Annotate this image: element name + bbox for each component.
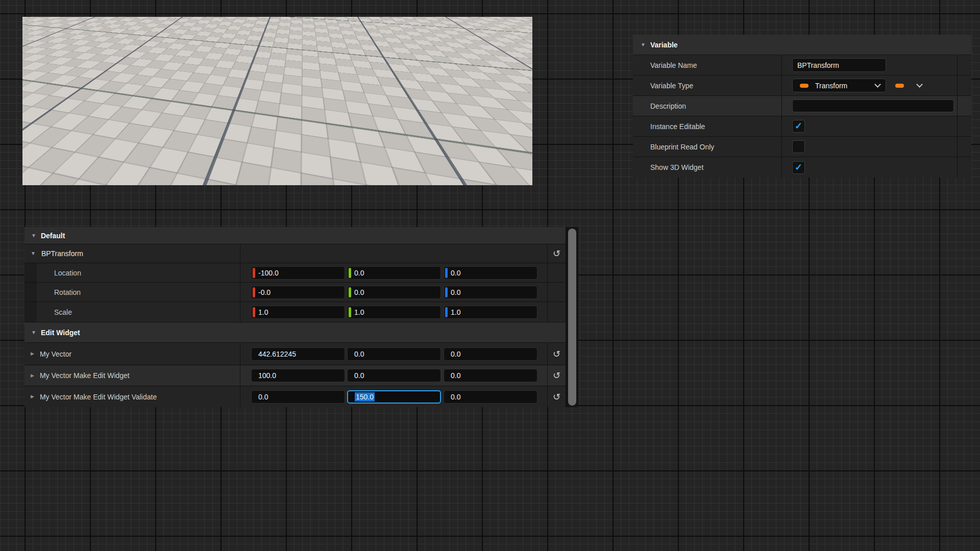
location-label: Location [54, 269, 81, 277]
reset-to-default-button[interactable]: ↺ [553, 371, 560, 380]
reset-to-default-button[interactable]: ↺ [553, 349, 560, 359]
gizmo-origin [227, 79, 232, 83]
bptransform-widget-octahedron [53, 68, 80, 103]
variable-name-row: Variable Name [633, 55, 971, 75]
check-icon: ✓ [795, 121, 802, 131]
axis-x-bar-icon [253, 287, 255, 297]
bptransform-row: ▼ BPTransform ↺ [24, 244, 566, 263]
viewport-3d-preview[interactable]: BPTransform MyVector_MakeEditWidget Exce… [22, 17, 532, 185]
section-header-default[interactable]: ▼ Default [24, 227, 566, 244]
scale-label: Scale [54, 308, 72, 316]
my-vector-make-edit-widget-validate-label: My Vector Make Edit Widget Validate [40, 393, 157, 401]
blueprint-read-only-checkbox[interactable] [792, 140, 805, 153]
rotation-label: Rotation [54, 288, 81, 296]
axis-x-bar-icon [253, 268, 255, 278]
my-vector-y-field[interactable]: 0.0 [347, 347, 441, 361]
scale-row: Scale 1.0 1.0 1.0 [24, 302, 566, 322]
selected-text: 150.0 [355, 392, 375, 402]
variable-type-value: Transform [815, 82, 869, 90]
blueprint-read-only-row: Blueprint Read Only [633, 137, 971, 157]
expand-arrow-icon[interactable]: ▶ [31, 394, 34, 399]
variable-name-input[interactable] [792, 58, 886, 72]
section-header-edit-widget[interactable]: ▼ Edit Widget [24, 322, 566, 342]
blueprint-graph-canvas[interactable]: BPTransform MyVector_MakeEditWidget Exce… [0, 0, 980, 551]
my-vector-label: My Vector [40, 350, 71, 358]
scale-x-field[interactable]: 1.0 [251, 306, 345, 319]
axis-z-bar-icon [445, 287, 448, 297]
collapse-arrow-icon: ▼ [31, 330, 36, 335]
reset-to-default-button[interactable]: ↺ [553, 249, 560, 258]
variable-type-row: Variable Type Transform [633, 76, 971, 95]
variable-panel: ▼ Variable Variable Name Variable Type T… [633, 35, 971, 178]
rotation-y-field[interactable]: 0.0 [347, 286, 441, 299]
my-vector-row: ▶ My Vector 442.612245 0.0 0.0 ↺ [24, 343, 566, 365]
sphere-shadow-disc [204, 94, 262, 113]
collapse-arrow-icon: ▼ [641, 42, 646, 47]
variable-name-label: Variable Name [633, 55, 782, 75]
details-scrollbar-track[interactable] [567, 227, 578, 407]
axis-y-bar-icon [349, 287, 351, 297]
location-row: Location -100.0 0.0 0.0 [24, 263, 566, 282]
instance-editable-label: Instance Editable [633, 116, 782, 136]
widget-label-myvector: MyVector_MakeEditWidget [381, 77, 467, 85]
reset-to-default-button[interactable]: ↺ [553, 392, 560, 402]
expand-arrow-icon[interactable]: ▶ [31, 352, 34, 356]
variable-type-dropdown[interactable]: Transform [792, 79, 886, 92]
rotation-x-field[interactable]: -0.0 [251, 286, 345, 299]
rotation-row: Rotation -0.0 0.0 0.0 [24, 283, 566, 302]
section-title: Default [41, 232, 65, 240]
my-vector-make-edit-widget-row: ▶ My Vector Make Edit Widget 100.0 0.0 0… [24, 365, 566, 386]
bptransform-label: BPTransform [41, 249, 83, 258]
axis-y-bar-icon [349, 307, 351, 317]
show-3d-widget-label: Show 3D Widget [633, 157, 782, 178]
details-panel: ▼ Default ▼ BPTransform ↺ Location -100.… [24, 227, 578, 407]
my-vector-x-field[interactable]: 442.612245 [251, 347, 345, 361]
widget-label-exceed-max: Exceed max length:100 [290, 148, 364, 156]
axis-z-bar-icon [445, 307, 448, 317]
show-3d-widget-row: Show 3D Widget ✓ [633, 157, 971, 178]
bptransform-axis-y [61, 85, 65, 88]
blueprint-read-only-label: Blueprint Read Only [633, 137, 782, 157]
description-input[interactable] [792, 99, 954, 112]
collapse-arrow-icon[interactable]: ▼ [31, 251, 36, 256]
mv-mew-validate-x-field[interactable]: 0.0 [251, 390, 345, 404]
collapse-arrow-icon: ▼ [31, 233, 36, 238]
axis-x-bar-icon [253, 307, 255, 317]
expand-arrow-icon[interactable]: ▶ [31, 373, 34, 378]
description-label: Description [633, 96, 782, 116]
instance-editable-checkbox[interactable]: ✓ [792, 120, 805, 133]
show-3d-widget-checkbox[interactable]: ✓ [792, 161, 805, 174]
mv-make-edit-widget-x-field[interactable]: 100.0 [251, 369, 345, 382]
axis-z-bar-icon [445, 268, 448, 278]
scene-overlay [22, 17, 532, 185]
widget-label-bptransform: BPTransform [69, 86, 111, 94]
variable-section-header[interactable]: ▼ Variable [633, 35, 971, 55]
details-scrollbar-thumb[interactable] [568, 229, 576, 406]
check-icon: ✓ [795, 163, 802, 172]
mv-mew-validate-y-field-focused[interactable]: 150.0 [347, 390, 441, 404]
mv-make-edit-widget-z-field[interactable]: 0.0 [444, 369, 537, 382]
my-vector-z-field[interactable]: 0.0 [444, 347, 537, 361]
transform-type-pill-icon [800, 84, 808, 88]
variable-type-label: Variable Type [633, 76, 782, 95]
description-row: Description [633, 96, 971, 116]
mv-mew-validate-z-field[interactable]: 0.0 [444, 390, 537, 404]
scale-z-field[interactable]: 1.0 [444, 306, 537, 319]
variable-section-title: Variable [650, 41, 678, 49]
mv-make-edit-widget-y-field[interactable]: 0.0 [347, 369, 441, 382]
scale-y-field[interactable]: 1.0 [347, 306, 441, 319]
container-type-pill-icon[interactable] [895, 84, 904, 88]
axis-y-bar-icon [349, 268, 351, 278]
my-vector-make-edit-widget-validate-row: ▶ My Vector Make Edit Widget Validate 0.… [24, 386, 566, 407]
my-vector-make-edit-widget-label: My Vector Make Edit Widget [40, 371, 130, 380]
section-title: Edit Widget [41, 329, 80, 337]
location-z-field[interactable]: 0.0 [444, 266, 537, 280]
rotation-z-field[interactable]: 0.0 [444, 286, 537, 299]
instance-editable-row: Instance Editable ✓ [633, 116, 971, 136]
location-x-field[interactable]: -100.0 [251, 266, 345, 280]
location-y-field[interactable]: 0.0 [347, 266, 441, 280]
chevron-down-icon [874, 81, 881, 88]
container-chevron-down-icon[interactable] [916, 81, 923, 88]
